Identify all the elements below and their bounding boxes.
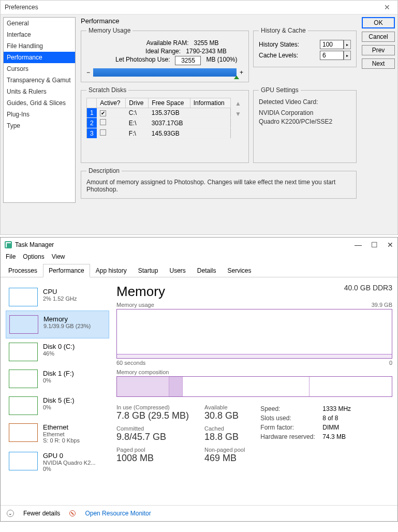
- sidebar-item-general[interactable]: General: [4, 18, 75, 29]
- description-group: Description Amount of memory assigned to…: [81, 167, 357, 199]
- tab-startup[interactable]: Startup: [132, 264, 164, 277]
- gpu-vendor: NVIDIA Corporation: [259, 109, 351, 117]
- move-down-icon[interactable]: ▼: [235, 110, 241, 117]
- detected-card-label: Detected Video Card:: [259, 98, 351, 107]
- perf-thumb: [9, 370, 38, 388]
- close-icon[interactable]: ✕: [387, 241, 393, 249]
- cache-levels-stepper[interactable]: ▸: [344, 51, 351, 60]
- perf-sub: 0%: [43, 377, 74, 383]
- next-button[interactable]: Next: [362, 58, 395, 69]
- sidebar-item-plug-ins[interactable]: Plug-Ins: [4, 109, 75, 120]
- perf-title: Disk 0 (C:): [43, 343, 75, 350]
- maximize-icon[interactable]: ☐: [371, 241, 378, 249]
- perf-thumb: [9, 396, 38, 415]
- scratch-disks-table: Active?DriveFree SpaceInformation1✔C:\13…: [86, 98, 231, 139]
- sidebar-item-interface[interactable]: Interface: [4, 29, 75, 40]
- table-header: Information: [190, 98, 230, 108]
- memory-total: 40.0 GB DDR3: [344, 284, 392, 292]
- gpu-settings-group: GPU Settings Detected Video Card: NVIDIA…: [253, 86, 357, 163]
- memory-composition-graph: [116, 376, 392, 397]
- menu-view[interactable]: View: [52, 253, 65, 260]
- tab-processes[interactable]: Processes: [3, 264, 43, 277]
- memory-slider[interactable]: [93, 68, 237, 77]
- perf-item-gpu-0[interactable]: GPU 0NVIDIA Quadro K2...0%: [6, 448, 109, 476]
- history-cache-legend: History & Cache: [259, 27, 308, 34]
- cache-levels-input[interactable]: [320, 51, 344, 60]
- tm-menu: FileOptionsView: [1, 252, 397, 263]
- sidebar-item-units-rulers[interactable]: Units & Rulers: [4, 86, 75, 97]
- slots-value: 8 of 8: [322, 415, 338, 422]
- memory-usage-group: Memory Usage Available RAM:3255 MB Ideal…: [81, 27, 249, 82]
- table-row[interactable]: 3F:\145.93GB: [87, 128, 231, 139]
- move-up-icon[interactable]: ▲: [235, 100, 241, 107]
- sidebar-item-transparency-gamut[interactable]: Transparency & Gamut: [4, 75, 75, 86]
- tab-services[interactable]: Services: [222, 264, 257, 277]
- committed-label: Committed: [116, 425, 189, 432]
- perf-item-disk-5-e-[interactable]: Disk 5 (E:)0%: [6, 392, 109, 419]
- scratch-disks-legend: Scratch Disks: [86, 86, 128, 94]
- tab-performance[interactable]: Performance: [43, 264, 90, 277]
- nonpaged-value: 469 MB: [204, 453, 245, 464]
- history-states-input[interactable]: [320, 40, 344, 49]
- slider-minus[interactable]: −: [86, 69, 90, 76]
- tab-app-history[interactable]: App history: [90, 264, 132, 277]
- sidebar-item-file-handling[interactable]: File Handling: [4, 40, 75, 52]
- ok-button[interactable]: OK: [362, 17, 395, 28]
- open-resource-monitor-link[interactable]: Open Resource Monitor: [85, 510, 151, 517]
- close-icon[interactable]: ✕: [381, 3, 393, 11]
- perf-sub: 2% 1.52 GHz: [43, 295, 77, 302]
- sidebar-item-guides-grid-slices[interactable]: Guides, Grid & Slices: [4, 97, 75, 109]
- titlebar: Preferences ✕: [1, 1, 397, 14]
- table-row[interactable]: 1✔C:\135.37GB: [87, 108, 231, 118]
- fewer-details-link[interactable]: Fewer details: [23, 510, 60, 517]
- perf-item-disk-1-f-[interactable]: Disk 1 (F:)0%: [6, 365, 109, 392]
- table-row[interactable]: 2E:\3037.17GB: [87, 118, 231, 128]
- sidebar-item-type[interactable]: Type: [4, 120, 75, 131]
- perf-item-disk-0-c-[interactable]: Disk 0 (C:)46%: [6, 338, 109, 365]
- prev-button[interactable]: Prev: [362, 45, 395, 55]
- let-use-suffix: MB (100%): [206, 56, 237, 65]
- table-header: Drive: [126, 98, 149, 108]
- committed-value: 9.8/45.7 GB: [116, 432, 189, 442]
- tab-details[interactable]: Details: [191, 264, 222, 277]
- menu-options[interactable]: Options: [23, 253, 44, 260]
- memory-usage-graph: [116, 309, 392, 359]
- cache-levels-label: Cache Levels:: [259, 52, 298, 59]
- menu-file[interactable]: File: [6, 253, 16, 260]
- perf-sub: 9.1/39.9 GB (23%): [43, 323, 91, 329]
- perf-item-memory[interactable]: Memory9.1/39.9 GB (23%): [6, 311, 109, 338]
- chevron-down-icon[interactable]: ⌄: [7, 510, 14, 517]
- perf-sub: 46%: [43, 350, 75, 357]
- tm-sidebar: CPU2% 1.52 GHzMemory9.1/39.9 GB (23%)Dis…: [6, 284, 109, 500]
- composition-label: Memory composition: [116, 369, 169, 375]
- form-key: Form factor:: [260, 423, 322, 432]
- history-states-stepper[interactable]: ▸: [344, 40, 351, 49]
- perf-thumb: [9, 452, 38, 470]
- let-use-input[interactable]: [175, 56, 201, 65]
- speed-value: 1333 MHz: [322, 405, 351, 412]
- available-value: 30.8 GB: [204, 410, 245, 421]
- cancel-button[interactable]: Cancel: [362, 32, 395, 42]
- perf-sub: Ethernet: [43, 431, 80, 437]
- tab-users[interactable]: Users: [164, 264, 191, 277]
- cached-value: 18.8 GB: [204, 432, 245, 442]
- perf-sub: 0%: [43, 404, 75, 410]
- perf-item-ethernet[interactable]: EthernetEthernetS: 0 R: 0 Kbps: [6, 419, 109, 448]
- available-ram-label: Available RAM:: [111, 39, 188, 47]
- slider-plus[interactable]: +: [240, 69, 243, 76]
- available-label: Available: [204, 404, 245, 410]
- sidebar-item-performance[interactable]: Performance: [4, 52, 75, 63]
- usage-graph-max: 39.9 GB: [372, 302, 392, 308]
- minimize-icon[interactable]: —: [355, 241, 362, 249]
- perf-item-cpu[interactable]: CPU2% 1.52 GHz: [6, 284, 109, 311]
- xaxis-left: 60 seconds: [116, 360, 145, 366]
- dialog-buttons: OK Cancel Prev Next: [362, 17, 395, 203]
- section-heading: Performance: [81, 17, 357, 25]
- nonpaged-label: Non-paged pool: [204, 447, 245, 453]
- usage-graph-label: Memory usage: [116, 302, 154, 308]
- perf-sub: NVIDIA Quadro K2...: [43, 460, 96, 466]
- slider-handle-icon[interactable]: [234, 76, 239, 79]
- paged-label: Paged pool: [116, 447, 189, 453]
- perf-thumb: [9, 423, 38, 442]
- sidebar-item-cursors[interactable]: Cursors: [4, 63, 75, 75]
